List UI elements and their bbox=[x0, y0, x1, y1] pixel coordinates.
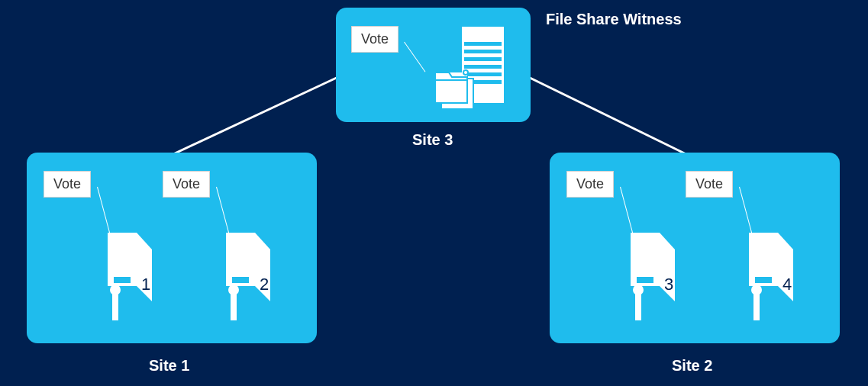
node3-number: 3 bbox=[664, 275, 673, 294]
site1-label: Site 1 bbox=[149, 357, 189, 375]
svg-rect-4 bbox=[464, 50, 502, 53]
server-node-icon bbox=[626, 233, 687, 324]
svg-point-11 bbox=[463, 70, 468, 75]
callout-line bbox=[97, 187, 111, 239]
server-node-icon bbox=[744, 233, 805, 324]
site2-box: Vote 3 Vote 4 bbox=[550, 153, 840, 343]
svg-line-1 bbox=[527, 76, 699, 160]
site3-box: Vote bbox=[336, 8, 531, 122]
svg-rect-6 bbox=[464, 65, 502, 69]
svg-rect-3 bbox=[464, 42, 502, 46]
svg-rect-21 bbox=[637, 277, 653, 283]
node1-number: 1 bbox=[141, 275, 150, 294]
svg-rect-27 bbox=[753, 290, 760, 320]
node2-number: 2 bbox=[260, 275, 269, 294]
site2-node4-vote-tag: Vote bbox=[686, 171, 733, 198]
callout-line bbox=[620, 187, 634, 239]
svg-rect-5 bbox=[464, 57, 502, 61]
server-node-icon bbox=[103, 233, 164, 324]
svg-rect-17 bbox=[232, 277, 249, 283]
svg-line-0 bbox=[160, 76, 340, 160]
site3-vote-tag: Vote bbox=[351, 26, 399, 53]
svg-rect-19 bbox=[231, 290, 237, 320]
callout-line bbox=[739, 187, 753, 239]
svg-rect-23 bbox=[635, 290, 641, 320]
file-share-server-icon bbox=[420, 19, 519, 118]
svg-rect-7 bbox=[464, 72, 502, 76]
site2-node3-vote-tag: Vote bbox=[566, 171, 614, 198]
node4-number: 4 bbox=[782, 275, 792, 294]
callout-line bbox=[216, 187, 231, 239]
site1-box: Vote 1 Vote 2 bbox=[27, 153, 317, 343]
site3-label: Site 3 bbox=[412, 131, 453, 149]
site1-node2-vote-tag: Vote bbox=[163, 171, 210, 198]
svg-rect-15 bbox=[112, 290, 118, 320]
file-share-witness-label: File Share Witness bbox=[546, 11, 682, 28]
svg-rect-13 bbox=[114, 277, 131, 283]
svg-rect-25 bbox=[755, 277, 772, 283]
site2-label: Site 2 bbox=[672, 357, 712, 375]
server-node-icon bbox=[221, 233, 282, 324]
site1-node1-vote-tag: Vote bbox=[44, 171, 91, 198]
